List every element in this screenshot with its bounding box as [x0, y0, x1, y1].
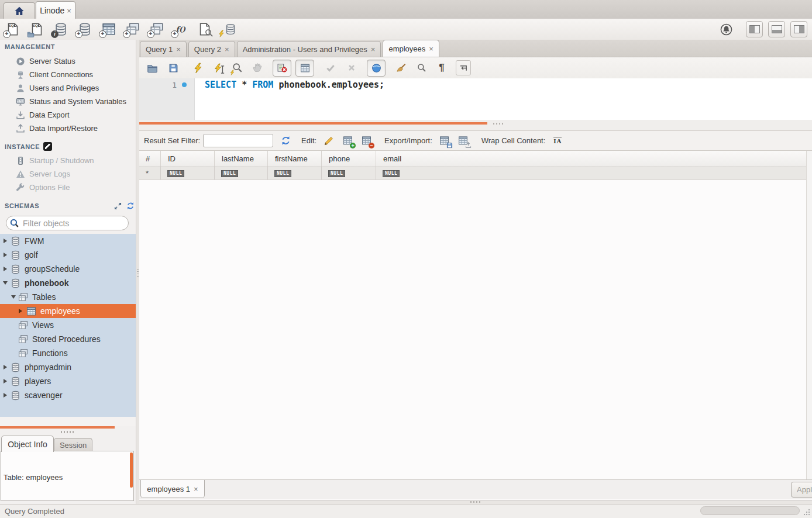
refresh-resultset-button[interactable] [279, 134, 292, 147]
chevron-right-icon[interactable] [2, 365, 8, 369]
close-icon[interactable]: × [225, 46, 229, 53]
create-schema-button[interactable]: + [77, 22, 92, 37]
open-sql-script-button[interactable]: SQL [29, 22, 44, 37]
tab-administration-users-privileges[interactable]: Administration - Users and Privileges × [237, 41, 381, 57]
create-view-button[interactable]: + [125, 22, 140, 37]
find-button[interactable] [415, 61, 429, 75]
schema-node-phonebook[interactable]: phonebook [0, 276, 136, 290]
tree-node-views[interactable]: Views [0, 318, 136, 332]
schema-node-players[interactable]: players [0, 374, 136, 388]
connection-tab-linode[interactable]: Linode × [36, 1, 75, 19]
create-procedure-button[interactable]: + [149, 22, 164, 37]
null-value-badge[interactable]: NULL [167, 170, 184, 177]
close-icon[interactable]: × [194, 485, 198, 493]
tab-object-info[interactable]: Object Info [1, 436, 54, 452]
add-row-button[interactable]: + [341, 134, 354, 147]
chevron-right-icon[interactable] [2, 239, 8, 243]
search-table-data-button[interactable] [197, 22, 212, 37]
sidebar-item-status-system-variables[interactable]: Status and System Variables [0, 95, 136, 108]
column-header-rownum[interactable]: # [139, 151, 161, 167]
show-invisible-characters-button[interactable]: ¶ [435, 61, 449, 75]
schema-node-scavenger[interactable]: scavenger [0, 388, 136, 402]
tree-node-employees[interactable]: employees [0, 304, 136, 318]
expand-schemas-icon[interactable] [114, 202, 122, 210]
object-info-scrollbar[interactable] [130, 453, 133, 488]
chevron-right-icon[interactable] [2, 267, 8, 271]
chevron-right-icon[interactable] [18, 309, 23, 313]
editor-results-splitter[interactable] [139, 120, 812, 130]
null-value-badge[interactable]: NULL [328, 170, 345, 177]
sidebar-item-data-import-restore[interactable]: Data Import/Restore [0, 122, 136, 135]
column-header-lastname[interactable]: lastName [215, 151, 268, 167]
chevron-down-icon[interactable] [11, 295, 16, 299]
bottom-splitter-grip[interactable] [470, 501, 481, 503]
result-filter-input[interactable] [203, 134, 273, 147]
tab-employees[interactable]: employees × [383, 40, 439, 57]
chevron-down-icon[interactable] [2, 281, 8, 285]
tab-query-1[interactable]: Query 1 × [140, 41, 187, 57]
schema-node-phpmyadmin[interactable]: phpmyadmin [0, 360, 136, 374]
toggle-autocommit-button[interactable] [367, 60, 386, 77]
result-grid-vertical-scrollbar[interactable] [806, 151, 812, 479]
sql-code-editor[interactable]: 1 SELECT * FROM phonebook.employees; [139, 78, 812, 120]
delete-row-button[interactable]: – [360, 134, 373, 147]
horizontal-scrollbar-thumb[interactable] [700, 506, 800, 515]
close-icon[interactable]: × [176, 46, 181, 53]
close-icon[interactable]: × [67, 7, 71, 15]
apply-button[interactable]: Apply [791, 482, 812, 498]
sidebar-item-server-logs[interactable]: Server Logs [0, 167, 136, 181]
column-header-email[interactable]: email [376, 151, 812, 167]
close-icon[interactable]: × [429, 45, 433, 53]
sidebar-item-client-connections[interactable]: Client Connections [0, 68, 136, 81]
limit-rows-button[interactable] [295, 60, 314, 77]
new-sql-editor-button[interactable]: SQL + [5, 22, 20, 37]
column-header-phone[interactable]: phone [322, 151, 376, 167]
null-value-badge[interactable]: NULL [274, 170, 291, 177]
schema-filter-input[interactable] [22, 218, 128, 229]
chevron-right-icon[interactable] [2, 379, 8, 384]
result-tab-employees-1[interactable]: employees 1 × [140, 480, 205, 498]
wrap-cell-content-button[interactable]: IA [551, 134, 564, 147]
splitter-grip[interactable] [493, 123, 504, 125]
execute-button[interactable] [191, 61, 205, 75]
column-header-firstname[interactable]: firstName [268, 151, 322, 167]
toggle-wrap-button[interactable] [456, 60, 471, 75]
edit-record-button[interactable] [322, 134, 335, 147]
tab-query-2[interactable]: Query 2 × [188, 41, 235, 57]
tree-node-functions[interactable]: Functions [0, 346, 136, 360]
execute-current-statement-button[interactable] [211, 61, 225, 75]
toggle-stop-on-error-button[interactable] [273, 60, 291, 77]
tree-node-stored-procedures[interactable]: Stored Procedures [0, 332, 136, 346]
refresh-schemas-icon[interactable] [126, 202, 135, 210]
create-table-button[interactable]: + [101, 22, 116, 37]
inspect-database-button[interactable]: i [53, 22, 68, 37]
sidebar-item-users-and-privileges[interactable]: Users and Privileges [0, 81, 136, 95]
beautify-button[interactable] [394, 61, 408, 75]
chevron-right-icon[interactable] [2, 393, 8, 398]
sidebar-item-startup-shutdown[interactable]: Startup / Shutdown [0, 154, 136, 167]
schema-node-fwm[interactable]: FWM [0, 234, 136, 248]
sidebar-item-options-file[interactable]: Options File [0, 181, 136, 194]
export-recordset-button[interactable] [438, 134, 451, 147]
null-value-badge[interactable]: NULL [221, 170, 238, 177]
sidebar-item-data-export[interactable]: Data Export [0, 108, 136, 122]
schema-node-golf[interactable]: golf [0, 248, 136, 262]
toggle-left-sidebar-button[interactable] [746, 21, 763, 37]
chevron-right-icon[interactable] [2, 253, 8, 257]
explain-button[interactable] [230, 61, 245, 75]
toggle-right-sidebar-button[interactable] [790, 21, 807, 37]
import-records-button[interactable] [457, 134, 470, 147]
reconnect-database-button[interactable] [221, 22, 236, 37]
tab-session[interactable]: Session [54, 438, 92, 452]
result-grid-body[interactable] [139, 180, 812, 479]
window-resize-grip[interactable] [803, 508, 811, 516]
notifications-icon[interactable] [720, 23, 732, 36]
open-script-button[interactable] [145, 61, 159, 75]
toggle-bottom-panel-button[interactable] [768, 21, 785, 37]
home-screen-tab[interactable] [4, 2, 35, 19]
sidebar-splitter-grip[interactable] [61, 431, 74, 433]
tree-node-tables[interactable]: Tables [0, 290, 136, 304]
null-value-badge[interactable]: NULL [383, 170, 400, 177]
create-function-button[interactable]: f() + [173, 22, 188, 37]
schema-node-groupschedule[interactable]: groupSchedule [0, 262, 136, 276]
